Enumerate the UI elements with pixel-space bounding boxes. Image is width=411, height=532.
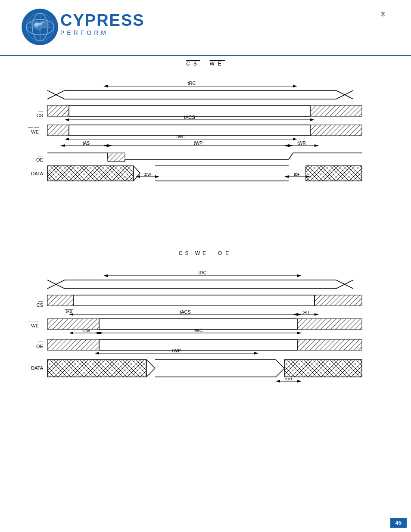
- svg-rect-23: [310, 106, 362, 116]
- svg-rect-124: [47, 339, 99, 350]
- svg-text:tACS: tACS: [180, 309, 191, 314]
- svg-text:tDW: tDW: [143, 172, 151, 177]
- svg-rect-18: [47, 106, 69, 116]
- svg-rect-90: [47, 295, 73, 306]
- svg-marker-116: [297, 332, 302, 334]
- svg-marker-88: [297, 274, 302, 277]
- perform-tagline: PERFORM: [60, 29, 145, 36]
- svg-marker-67: [155, 175, 159, 178]
- svg-text:tWC: tWC: [176, 134, 185, 139]
- svg-marker-38: [293, 138, 297, 140]
- svg-marker-16: [293, 85, 297, 87]
- svg-text:WE: WE: [31, 323, 39, 328]
- svg-rect-108: [47, 319, 99, 330]
- svg-text:tCW: tCW: [82, 329, 90, 333]
- page-number: 45: [390, 518, 407, 528]
- svg-marker-43: [60, 144, 65, 147]
- svg-marker-15: [103, 85, 108, 87]
- svg-text:tDH: tDH: [285, 377, 292, 381]
- svg-text:CS: CS: [37, 113, 43, 118]
- svg-text:— —: — —: [28, 124, 39, 129]
- svg-marker-105: [293, 313, 297, 316]
- svg-text:tAS: tAS: [83, 141, 90, 146]
- svg-line-138: [146, 368, 155, 377]
- timing-diagram-1-svg: tRC tACS — CS: [22, 73, 389, 237]
- svg-text:tDH: tDH: [294, 172, 301, 177]
- svg-rect-75: [306, 166, 362, 181]
- svg-text:tWC: tWC: [193, 328, 202, 333]
- svg-rect-30: [47, 125, 69, 136]
- logo-circle: [22, 9, 58, 45]
- timing-diagram-2: CS WE OE: [22, 250, 389, 444]
- svg-text:WE: WE: [31, 129, 39, 134]
- svg-rect-95: [314, 295, 362, 306]
- svg-rect-136: [47, 360, 146, 377]
- svg-marker-132: [254, 352, 258, 355]
- timing-diagram-2-svg: tRC tAS — CS tACS tAH: [22, 263, 389, 444]
- main-content: CS WE: [22, 60, 389, 506]
- svg-marker-25: [65, 118, 69, 121]
- svg-rect-113: [297, 319, 362, 330]
- svg-marker-146: [297, 380, 302, 383]
- svg-text:OE: OE: [36, 157, 43, 162]
- svg-text:tWP: tWP: [172, 348, 181, 353]
- svg-text:tRC: tRC: [199, 270, 207, 275]
- logo-text: CYPRESS PERFORM: [60, 12, 145, 36]
- diagram1-title: CS WE: [22, 60, 389, 67]
- svg-text:CS: CS: [37, 302, 43, 308]
- svg-marker-87: [103, 274, 108, 277]
- timing-diagram-1: CS WE: [22, 60, 389, 237]
- svg-line-58: [289, 153, 293, 159]
- diagram2-title: CS WE OE: [22, 250, 389, 256]
- registered-mark: ®: [381, 11, 385, 18]
- svg-text:— —: — —: [28, 318, 39, 323]
- svg-line-141: [276, 360, 284, 368]
- svg-text:DATA: DATA: [31, 171, 43, 176]
- svg-line-63: [134, 166, 140, 173]
- svg-text:tAH: tAH: [302, 310, 309, 314]
- svg-marker-37: [65, 138, 69, 140]
- svg-marker-72: [284, 175, 289, 178]
- svg-marker-120: [99, 332, 103, 334]
- svg-text:tWP: tWP: [194, 140, 203, 146]
- svg-rect-62: [47, 166, 134, 181]
- globe-icon: [25, 12, 55, 42]
- svg-marker-52: [314, 144, 319, 147]
- svg-text:tACS: tACS: [184, 115, 195, 120]
- cypress-brand: CYPRESS: [60, 12, 145, 28]
- svg-text:OE: OE: [36, 344, 43, 349]
- svg-marker-51: [284, 144, 289, 147]
- svg-text:DATA: DATA: [31, 365, 43, 370]
- svg-text:tRC: tRC: [188, 81, 196, 86]
- svg-marker-119: [69, 332, 73, 334]
- svg-text:tWR: tWR: [297, 141, 305, 146]
- svg-rect-129: [297, 339, 362, 350]
- svg-text:tAS: tAS: [66, 309, 72, 314]
- svg-marker-131: [95, 352, 99, 355]
- svg-line-142: [276, 368, 284, 377]
- svg-marker-47: [103, 144, 108, 147]
- logo-area: CYPRESS PERFORM: [22, 9, 116, 50]
- svg-marker-106: [314, 313, 319, 316]
- svg-rect-56: [108, 153, 125, 162]
- svg-text:—: —: [38, 339, 43, 344]
- svg-rect-35: [310, 125, 362, 136]
- svg-marker-26: [310, 118, 314, 121]
- header: CYPRESS PERFORM ®: [0, 0, 411, 56]
- svg-marker-145: [276, 380, 280, 383]
- svg-line-137: [146, 360, 155, 368]
- svg-rect-143: [284, 360, 362, 377]
